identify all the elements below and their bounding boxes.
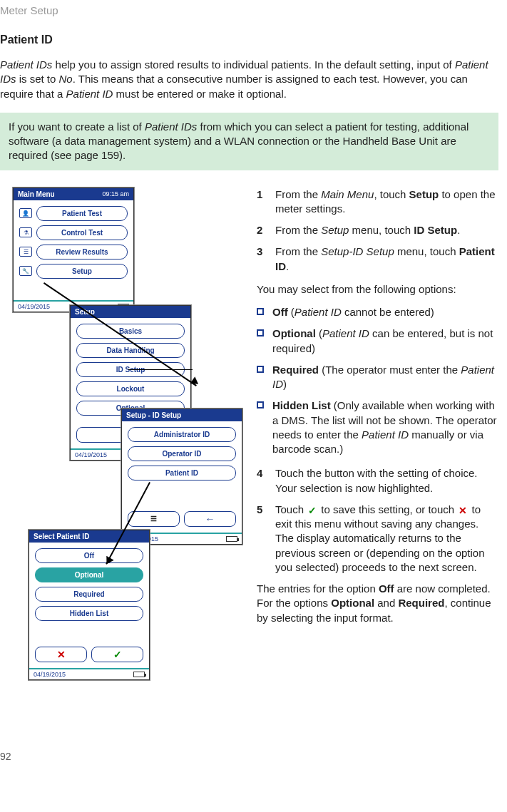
option-optional-button[interactable]: Optional	[35, 567, 143, 582]
step-number: 3	[257, 245, 275, 274]
step-number: 1	[257, 187, 275, 217]
page-title: Patient ID	[0, 34, 498, 46]
device-illustration-area: Main Menu 09:15 am 👤 Patient Test ⚗ Cont…	[0, 187, 242, 729]
step-text: From the Main Menu, touch Setup to open …	[275, 187, 498, 217]
option-hidden-button[interactable]: Hidden List	[35, 606, 143, 621]
bullet-icon	[257, 401, 264, 408]
db-button[interactable]: ☰	[128, 511, 180, 527]
step-text: From the Setup menu, touch ID Setup.	[275, 223, 498, 237]
patient-id-button[interactable]: Patient ID	[128, 466, 236, 480]
options-intro: You may select from the following option…	[257, 282, 498, 297]
operator-id-button[interactable]: Operator ID	[128, 446, 236, 461]
step-number: 5	[257, 503, 275, 575]
data-handling-button[interactable]: Data Handling	[76, 343, 185, 358]
back-button[interactable]: ←	[184, 511, 236, 527]
option-text: Optional (Patient ID can be entered, but…	[272, 327, 498, 356]
patient-test-button[interactable]: Patient Test	[36, 206, 128, 221]
option-text: Off (Patient ID cannot be entered)	[272, 305, 434, 319]
step-number: 4	[257, 466, 275, 495]
screen-select-patient-id: Select Patient ID Off Optional Required …	[29, 530, 150, 680]
battery-icon	[226, 536, 237, 542]
screen-id-setup: Setup - ID Setup Administrator ID Operat…	[121, 408, 242, 545]
setup-icon: 🔧	[19, 266, 32, 276]
select-patient-date: 04/19/2015	[34, 671, 66, 678]
arrow	[128, 369, 193, 371]
option-off-button[interactable]: Off	[35, 548, 143, 563]
step-text: From the Setup-ID Setup menu, touch Pati…	[275, 245, 498, 274]
option-required-button[interactable]: Required	[35, 587, 143, 602]
main-menu-title: Main Menu	[18, 190, 55, 198]
finish-paragraph: The entries for the option Off are now c…	[257, 582, 498, 625]
id-setup-title: Setup - ID Setup	[126, 411, 181, 419]
breadcrumb: Meter Setup	[0, 4, 498, 16]
check-icon: ✓	[307, 505, 318, 515]
setup-button[interactable]: Setup	[36, 264, 128, 279]
cancel-button[interactable]: ✕	[35, 647, 87, 662]
review-icon: ☰	[19, 247, 32, 257]
option-text: Required (The operator must enter the Pa…	[272, 363, 498, 392]
main-menu-time: 09:15 am	[102, 190, 129, 197]
lockout-button[interactable]: Lockout	[76, 381, 185, 396]
admin-id-button[interactable]: Administrator ID	[128, 427, 236, 442]
main-menu-date: 04/19/2015	[18, 303, 50, 310]
bullet-icon	[257, 329, 264, 336]
select-patient-title: Select Patient ID	[34, 533, 89, 540]
patient-icon: 👤	[19, 208, 32, 218]
ok-button[interactable]: ✓	[91, 647, 143, 662]
basics-button[interactable]: Basics	[76, 324, 185, 339]
screen-main-menu: Main Menu 09:15 am 👤 Patient Test ⚗ Cont…	[13, 187, 134, 312]
review-results-button[interactable]: Review Results	[36, 245, 128, 259]
intro-paragraph: Patient IDs help you to assign stored re…	[0, 58, 498, 101]
arrow-head-icon	[190, 376, 200, 388]
step-number: 2	[257, 223, 275, 237]
control-icon: ⚗	[19, 227, 32, 237]
close-icon: ✕	[457, 505, 468, 515]
step-text: Touch ✓ to save this setting, or touch ✕…	[275, 503, 498, 575]
option-text: Hidden List (Only available when working…	[272, 399, 498, 456]
step-text: Touch the button with the setting of cho…	[275, 466, 498, 495]
note-box: If you want to create a list of Patient …	[0, 113, 498, 170]
control-test-button[interactable]: Control Test	[36, 225, 128, 240]
setup-date: 04/19/2015	[75, 451, 107, 458]
page-number: 92	[0, 751, 498, 762]
bullet-icon	[257, 308, 264, 315]
bullet-icon	[257, 366, 264, 373]
battery-icon	[133, 672, 145, 677]
